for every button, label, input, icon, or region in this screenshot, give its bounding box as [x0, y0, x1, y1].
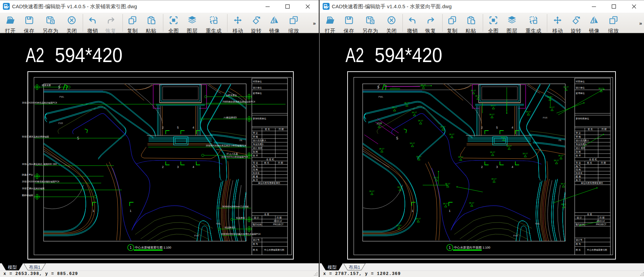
svg-text:38.27: 38.27: [491, 178, 497, 180]
svg-text:30厚芝麻白花岗岩铺装: 30厚芝麻白花岗岩铺装: [22, 187, 45, 190]
svg-text:38.27: 38.27: [561, 183, 566, 185]
svg-text:38.27: 38.27: [392, 107, 397, 109]
svg-text:38.27: 38.27: [561, 203, 566, 205]
svg-text:38.27: 38.27: [369, 190, 375, 192]
svg-text:38.27: 38.27: [489, 113, 495, 116]
svg-text:38.27: 38.27: [523, 153, 528, 155]
svg-text:特选景石3: 特选景石3: [225, 226, 235, 229]
svg-text:38.27: 38.27: [547, 96, 553, 98]
svg-text:1: 1: [130, 246, 132, 250]
svg-text:38.27: 38.27: [563, 86, 569, 88]
svg-text:30厚20X20X40米色花岗岩铺装PC4: 30厚20X20X40米色花岗岩铺装PC4: [22, 101, 57, 104]
svg-text:1: 1: [449, 246, 451, 250]
svg-text:38.27: 38.27: [379, 148, 385, 150]
svg-text:鹅卵石铺装: 鹅卵石铺装: [22, 194, 33, 197]
svg-text:模型: 模型: [327, 265, 337, 270]
svg-text:38.27: 38.27: [554, 159, 559, 161]
svg-text:38.27: 38.27: [471, 89, 476, 92]
svg-text:38.27: 38.27: [506, 145, 512, 147]
svg-text:20厚60X30条纹面花岗岩小料石铺装PC4: 20厚60X30条纹面花岗岩小料石铺装PC4: [206, 144, 246, 147]
svg-text:38.27: 38.27: [558, 155, 564, 157]
svg-text:38.27: 38.27: [418, 120, 423, 122]
svg-text:38.27: 38.27: [443, 203, 448, 205]
svg-text:38.27: 38.27: [397, 186, 403, 188]
svg-text:30厚70X70小料石铺装PC4: 30厚70X70小料石铺装PC4: [221, 156, 248, 158]
svg-text:38.27: 38.27: [404, 102, 410, 104]
svg-text:50厚芝麻灰花岗岩碎拼铺装: 50厚芝麻灰花岗岩碎拼铺装: [22, 135, 49, 138]
svg-text:38.27: 38.27: [434, 177, 439, 179]
svg-text:防腐木平台: 防腐木平台: [22, 173, 33, 176]
svg-text:38.27: 38.27: [491, 105, 496, 107]
svg-text:38.27: 38.27: [445, 183, 450, 185]
svg-text:38.27: 38.27: [415, 218, 421, 220]
svg-text:38.27: 38.27: [458, 156, 464, 158]
svg-text:模型: 模型: [8, 265, 17, 270]
svg-text:38.27: 38.27: [416, 156, 422, 158]
svg-text:特选景石5: 特选景石5: [226, 116, 237, 119]
svg-text:50X600x2000mm汀步石板: 50X600x2000mm汀步石板: [222, 205, 249, 208]
svg-text:38.27: 38.27: [475, 95, 481, 97]
svg-text:38.27: 38.27: [410, 142, 415, 144]
svg-text:38.27: 38.27: [598, 87, 604, 89]
svg-text:中心水景竖向平面图 1:100: 中心水景竖向平面图 1:100: [454, 246, 490, 249]
svg-text:30厚500X500mm橡木纹理仿木铺装PC4: 30厚500X500mm橡木纹理仿木铺装PC4: [221, 233, 261, 236]
svg-text:布局1: 布局1: [28, 265, 40, 270]
svg-text:38.27: 38.27: [412, 111, 417, 113]
svg-text:布局1: 布局1: [348, 265, 360, 270]
svg-text:38.27: 38.27: [396, 225, 402, 227]
svg-text:38.27: 38.27: [501, 136, 506, 138]
svg-text:38.27: 38.27: [440, 126, 446, 128]
svg-text:38.27: 38.27: [549, 106, 555, 108]
svg-text:38.27: 38.27: [526, 111, 531, 113]
svg-text:20厚20X20X40青石板冰裂纹铺装PC4: 20厚20X20X40青石板冰裂纹铺装PC4: [22, 180, 59, 183]
svg-text:70655条纹防滑面花岗岩台阶PC4: 70655条纹防滑面花岗岩台阶PC4: [222, 100, 255, 103]
svg-text:38.27: 38.27: [490, 151, 495, 153]
svg-text:中心水景铺装索引图 1:100: 中心水景铺装索引图 1:100: [135, 246, 171, 249]
svg-text:38.27: 38.27: [449, 133, 455, 135]
svg-text:38.27: 38.27: [469, 202, 475, 204]
svg-text:30厚山东白麻花岗岩, 规格600~300: 30厚山东白麻花岗岩, 规格600~300: [22, 163, 57, 166]
svg-text:47上人孔盖: 47上人孔盖: [226, 153, 238, 155]
svg-text:山石水景台: 山石水景台: [226, 94, 237, 97]
svg-text:特选景石: 特选景石: [236, 217, 245, 219]
svg-text:喷泉水景: 喷泉水景: [42, 84, 51, 87]
